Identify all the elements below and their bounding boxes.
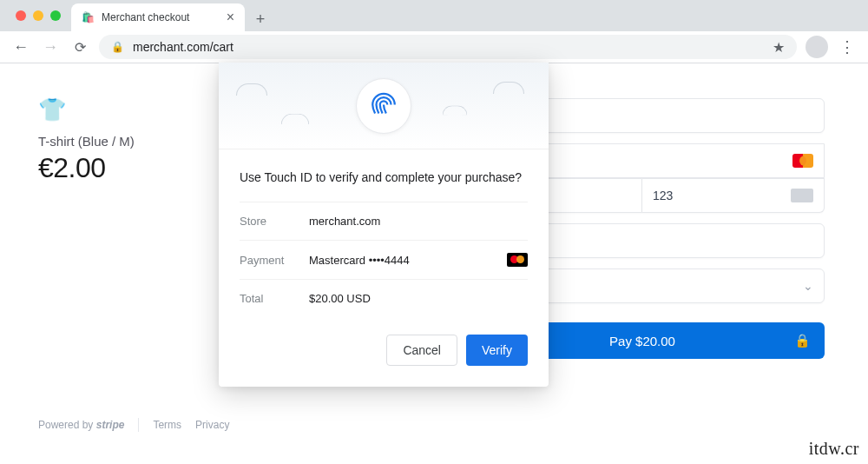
store-label: Store (240, 215, 309, 228)
bookmark-star-icon[interactable]: ★ (773, 39, 785, 56)
window-controls (9, 0, 68, 31)
pay-label: Pay $20.00 (609, 334, 675, 348)
total-label: Total (240, 292, 309, 305)
cloud-icon (493, 82, 524, 94)
footer: Powered by stripe Terms Privacy (38, 418, 229, 432)
watermark: itdw.cr (809, 439, 859, 459)
touchid-dialog: Use Touch ID to verify and complete your… (219, 63, 549, 387)
mastercard-icon (792, 154, 813, 168)
tab-close-icon[interactable]: × (227, 10, 234, 24)
tab-title: Merchant checkout (102, 11, 189, 23)
fingerprint-icon (356, 78, 411, 134)
payment-value: Mastercard ••••4444 (309, 254, 507, 267)
cvc-input[interactable]: 123 (642, 178, 825, 213)
cloud-icon (443, 105, 468, 115)
url-text: merchant.com/cart (133, 40, 233, 54)
chevron-down-icon: ⌄ (803, 279, 813, 293)
menu-button[interactable]: ⋮ (837, 37, 858, 56)
powered-by-label: Powered by stripe (38, 419, 124, 431)
divider (138, 418, 139, 432)
dialog-body: Use Touch ID to verify and complete your… (219, 149, 549, 387)
tab-favicon-icon: 🛍️ (82, 11, 95, 23)
cvc-icon (791, 189, 813, 202)
payment-row: Payment Mastercard ••••4444 (240, 240, 528, 279)
product-price: €2.00 (38, 152, 208, 184)
profile-avatar[interactable] (806, 36, 828, 58)
dialog-actions: Cancel Verify (240, 335, 528, 366)
tshirt-icon: 👕 (38, 96, 208, 123)
window-close-button[interactable] (16, 10, 26, 21)
verify-button[interactable]: Verify (466, 335, 528, 366)
cloud-icon (281, 114, 309, 125)
lock-icon: 🔒 (111, 41, 124, 53)
url-input[interactable]: 🔒 merchant.com/cart ★ (99, 35, 797, 59)
reload-button[interactable]: ⟳ (69, 39, 90, 56)
store-value: merchant.com (309, 215, 528, 228)
lock-icon: 🔒 (794, 333, 811, 348)
cvc-value: 123 (653, 189, 673, 202)
cloud-icon (236, 83, 267, 96)
total-row: Total $20.00 USD (240, 279, 528, 317)
store-row: Store merchant.com (240, 202, 528, 240)
total-value: $20.00 USD (309, 292, 528, 305)
window-maximize-button[interactable] (50, 10, 61, 21)
dialog-prompt: Use Touch ID to verify and complete your… (240, 170, 528, 184)
window-minimize-button[interactable] (33, 10, 43, 21)
payment-label: Payment (240, 254, 309, 267)
browser-chrome: 🛍️ Merchant checkout × + ← → ⟳ 🔒 merchan… (0, 0, 868, 63)
back-button[interactable]: ← (10, 38, 31, 56)
privacy-link[interactable]: Privacy (195, 419, 229, 431)
address-bar: ← → ⟳ 🔒 merchant.com/cart ★ ⋮ (0, 31, 868, 63)
new-tab-button[interactable]: + (248, 7, 273, 31)
terms-link[interactable]: Terms (153, 419, 181, 431)
cancel-button[interactable]: Cancel (386, 335, 457, 366)
product-summary: 👕 T-shirt (Blue / M) €2.00 (0, 63, 208, 464)
mastercard-icon (507, 253, 528, 267)
tab-bar: 🛍️ Merchant checkout × + (0, 0, 868, 31)
dialog-header (219, 63, 549, 149)
forward-button[interactable]: → (40, 38, 61, 56)
browser-tab[interactable]: 🛍️ Merchant checkout × (71, 3, 245, 31)
product-name: T-shirt (Blue / M) (38, 134, 208, 149)
